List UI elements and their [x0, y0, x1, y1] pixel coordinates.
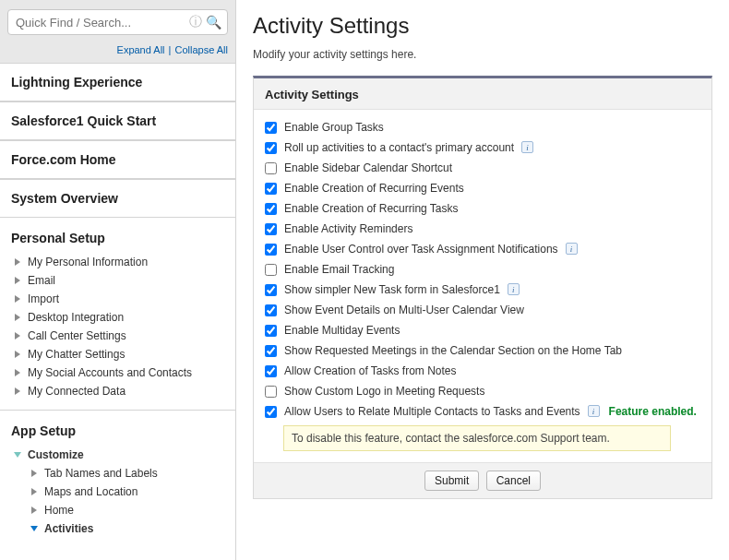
nav-lightning-experience[interactable]: Lightning Experience: [0, 63, 235, 101]
setting-checkbox[interactable]: [265, 162, 277, 174]
setting-checkbox[interactable]: [265, 304, 277, 316]
help-icon: ⓘ: [189, 14, 202, 30]
sidebar-item[interactable]: My Connected Data: [4, 382, 235, 400]
sidebar-item[interactable]: Desktop Integration: [4, 308, 235, 327]
expand-icon[interactable]: [30, 506, 39, 515]
setting-label: Allow Creation of Tasks from Notes: [284, 364, 457, 377]
sidebar-item-label: Call Center Settings: [28, 329, 126, 342]
search-icon[interactable]: 🔍: [206, 15, 221, 30]
info-icon[interactable]: i: [566, 243, 578, 255]
setting-row: Enable Activity Reminders: [265, 219, 700, 239]
setting-label: Show Custom Logo in Meeting Requests: [284, 385, 484, 398]
sidebar-item[interactable]: My Personal Information: [4, 253, 235, 271]
expand-icon[interactable]: [13, 387, 22, 396]
activity-settings-panel: Activity Settings Enable Group TasksRoll…: [253, 76, 712, 499]
app-setup-tree: CustomizeTab Names and LabelsMaps and Lo…: [0, 446, 235, 547]
expand-icon[interactable]: [13, 294, 22, 304]
disable-note: To disable this feature, contact the sal…: [283, 425, 671, 451]
setting-row: Enable Creation of Recurring Events: [265, 178, 700, 198]
sidebar-subitem[interactable]: Activities: [4, 519, 235, 538]
expand-icon[interactable]: [30, 469, 39, 478]
sidebar-item-label: Email: [28, 274, 55, 287]
submit-button[interactable]: Submit: [424, 471, 479, 491]
sidebar-subitem[interactable]: Home: [4, 501, 235, 519]
setting-checkbox[interactable]: [265, 244, 277, 256]
setting-label: Enable Email Tracking: [284, 263, 394, 276]
page-title: Activity Settings: [253, 13, 712, 39]
nav-salesforce1-quick-start[interactable]: Salesforce1 Quick Start: [0, 101, 235, 140]
setting-checkbox[interactable]: [265, 365, 277, 377]
app-setup-heading: App Setup: [0, 411, 235, 446]
setting-row: Show Custom Logo in Meeting Requests: [265, 381, 700, 401]
setting-label: Enable Sidebar Calendar Shortcut: [284, 161, 452, 174]
expand-icon[interactable]: [13, 313, 22, 322]
sidebar-subitem[interactable]: Tab Names and Labels: [4, 464, 235, 483]
setting-row: Enable Creation of Recurring Tasks: [265, 198, 700, 219]
sidebar-item[interactable]: My Chatter Settings: [4, 345, 235, 363]
sidebar-item-label: My Chatter Settings: [28, 348, 125, 361]
expand-icon[interactable]: [13, 257, 22, 267]
sidebar-item-label: Customize: [28, 448, 84, 461]
expand-icon[interactable]: [13, 350, 22, 359]
setting-row: Enable User Control over Task Assignment…: [265, 239, 700, 259]
panel-body: Enable Group TasksRoll up activities to …: [254, 110, 711, 462]
quick-find-search[interactable]: ⓘ 🔍: [7, 9, 228, 35]
info-icon[interactable]: i: [508, 283, 520, 295]
main-content: Activity Settings Modify your activity s…: [236, 0, 729, 560]
feature-enabled-badge: Feature enabled.: [609, 405, 697, 418]
collapse-icon[interactable]: [30, 524, 39, 533]
info-icon[interactable]: i: [521, 141, 533, 153]
setting-checkbox[interactable]: [265, 183, 277, 195]
sidebar-item[interactable]: Import: [4, 290, 235, 308]
sidebar-item-label: Home: [44, 504, 74, 517]
setting-row: Enable Email Tracking: [265, 259, 700, 280]
nav-force-com-home[interactable]: Force.com Home: [0, 140, 235, 179]
setting-label: Enable Activity Reminders: [284, 222, 412, 235]
sidebar-item-label: Maps and Location: [44, 485, 137, 498]
setting-checkbox[interactable]: [265, 325, 277, 337]
sidebar-item-label: Desktop Integration: [28, 311, 124, 324]
info-icon[interactable]: i: [588, 405, 600, 417]
setting-checkbox[interactable]: [265, 406, 277, 418]
setting-checkbox[interactable]: [265, 203, 277, 215]
setting-label: Enable Group Tasks: [284, 121, 384, 134]
sidebar-item[interactable]: Call Center Settings: [4, 327, 235, 345]
setting-checkbox[interactable]: [265, 386, 277, 398]
setting-checkbox[interactable]: [265, 264, 277, 276]
sidebar-item-label: My Personal Information: [28, 256, 148, 268]
setting-checkbox[interactable]: [265, 142, 277, 154]
sidebar-item[interactable]: My Social Accounts and Contacts: [4, 363, 235, 382]
setting-label: Show Requested Meetings in the Calendar …: [284, 344, 622, 357]
setting-row: Roll up activities to a contact's primar…: [265, 137, 700, 158]
setting-label: Enable Multiday Events: [284, 324, 400, 337]
setting-row-shared-contacts: Allow Users to Relate Multiple Contacts …: [265, 401, 700, 422]
setting-label: Roll up activities to a contact's primar…: [284, 141, 514, 154]
setting-checkbox[interactable]: [265, 284, 277, 296]
setting-row: Show Event Details on Multi-User Calenda…: [265, 300, 700, 320]
expand-icon[interactable]: [13, 368, 22, 377]
setting-checkbox[interactable]: [265, 223, 277, 235]
personal-setup-tree: My Personal InformationEmailImportDeskto…: [0, 253, 235, 411]
sidebar-item-label: My Social Accounts and Contacts: [28, 366, 192, 379]
panel-footer: Submit Cancel: [254, 462, 711, 498]
setting-row: Show simpler New Task form in Salesforce…: [265, 280, 700, 300]
expand-icon[interactable]: [13, 276, 22, 285]
collapse-icon[interactable]: [13, 450, 22, 459]
page-subtitle: Modify your activity settings here.: [253, 48, 712, 61]
expand-icon[interactable]: [13, 331, 22, 340]
setting-row: Enable Multiday Events: [265, 320, 700, 340]
collapse-all-link[interactable]: Collapse All: [175, 44, 228, 55]
sidebar-item[interactable]: Email: [4, 271, 235, 290]
nav-system-overview[interactable]: System Overview: [0, 179, 235, 218]
setting-row: Enable Group Tasks: [265, 117, 700, 137]
setting-label: Enable Creation of Recurring Tasks: [284, 202, 459, 215]
sidebar-item-customize[interactable]: Customize: [4, 446, 235, 464]
expand-icon[interactable]: [30, 487, 39, 496]
cancel-button[interactable]: Cancel: [486, 471, 541, 491]
expand-all-link[interactable]: Expand All: [117, 44, 165, 55]
setting-checkbox[interactable]: [265, 345, 277, 357]
search-input[interactable]: [14, 15, 185, 30]
setting-row: Allow Creation of Tasks from Notes: [265, 361, 700, 381]
setting-checkbox[interactable]: [265, 122, 277, 134]
sidebar-subitem[interactable]: Maps and Location: [4, 483, 235, 501]
